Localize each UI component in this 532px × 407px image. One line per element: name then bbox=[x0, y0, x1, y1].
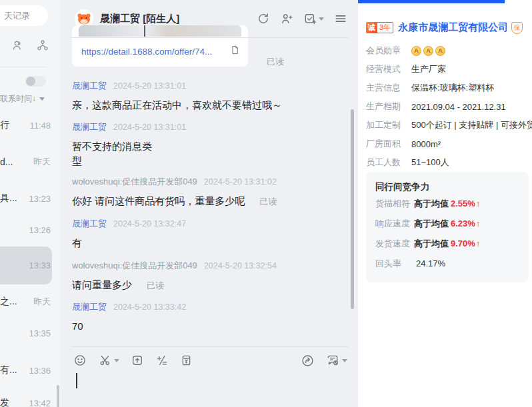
chat-scrollbar[interactable] bbox=[351, 109, 354, 309]
info-row: 经营模式 生产厂家 bbox=[366, 60, 532, 79]
message-group: 晟澜工贸 2024-5-20 13:33:42 70 bbox=[72, 301, 321, 334]
info-row: 会员勋章 A A A bbox=[366, 41, 532, 60]
competitiveness-row: 发货速度 高于均值 9.70% ↑ bbox=[375, 234, 519, 253]
years-badge: 3年 bbox=[377, 22, 393, 33]
message-time: 2024-5-20 13:31:01 bbox=[113, 81, 186, 91]
contact-name: 之... bbox=[0, 296, 33, 308]
header-divider bbox=[71, 37, 349, 38]
info-label: 加工定制 bbox=[366, 119, 405, 131]
info-row: 加工定制 500个起订 | 支持贴牌 | 可接外贸 bbox=[366, 116, 532, 135]
message-text: 你好 请问这件商品有货吗，重量多少呢已读 bbox=[72, 194, 321, 209]
message-time: 2024-5-20 13:31:01 bbox=[113, 123, 186, 132]
chevron-down-icon bbox=[114, 359, 119, 362]
forward-icon[interactable] bbox=[301, 354, 315, 368]
sender-name[interactable]: 晟澜工贸 bbox=[72, 301, 107, 313]
send-file-icon[interactable] bbox=[131, 354, 144, 367]
create-task-icon[interactable] bbox=[303, 12, 324, 25]
info-value: 保温杯:玻璃杯:塑料杯 bbox=[411, 82, 494, 94]
toggle-knob bbox=[26, 77, 35, 86]
refresh-icon[interactable] bbox=[257, 12, 270, 25]
sender-name[interactable]: 晟澜工贸 bbox=[72, 218, 107, 230]
metric-label: 发货速度 bbox=[375, 238, 414, 250]
info-value: 500个起订 | 支持贴牌 | 可接外贸 bbox=[411, 119, 532, 131]
info-label: 主营信息 bbox=[366, 82, 405, 94]
emoji-icon[interactable] bbox=[73, 354, 87, 367]
metric-value: 2.55% bbox=[451, 199, 475, 208]
metric-value: 24.17% bbox=[416, 258, 445, 268]
search-input[interactable]: 天记录 bbox=[0, 5, 48, 26]
info-value: 8000m² bbox=[411, 139, 441, 149]
medal-icon: A bbox=[411, 46, 421, 56]
panel-accent-bar bbox=[358, 0, 505, 3]
conversation-item[interactable]: 发 13:42 bbox=[0, 394, 60, 407]
metric-prefix: 高于均值 bbox=[414, 218, 449, 230]
metric-label: 货描相符 bbox=[375, 198, 414, 210]
message-group: 晟澜工贸 2024-5-20 13:31:01 亲，这款商品正在活动中，喜欢就不… bbox=[72, 80, 321, 113]
product-link-card[interactable]: https://detail.1688.com/offer/74... bbox=[72, 25, 248, 67]
input-toolbar bbox=[73, 352, 347, 369]
message-time: 2024-5-20 13:31:02 bbox=[204, 177, 277, 187]
sender-name[interactable]: 晟澜工贸 bbox=[72, 80, 107, 92]
competitiveness-card: 同行间竞争力 货描相符 高于均值 2.55% ↑ 响应速度 高于均值 6.23%… bbox=[366, 172, 529, 282]
sender-name: woloveshuqi:促佳搜品开发部049 bbox=[72, 176, 197, 188]
product-link[interactable]: https://detail.1688.com/offer/74... bbox=[81, 47, 230, 57]
conversation-item[interactable]: 行 11:48 bbox=[0, 116, 60, 135]
metric-value: 9.70% bbox=[451, 238, 475, 248]
contact-time: 13:42 bbox=[29, 398, 51, 407]
member-medals: A A A bbox=[411, 46, 447, 56]
toolbar-divider bbox=[71, 346, 349, 347]
info-label: 生产档期 bbox=[366, 101, 405, 113]
conversation-item-selected[interactable]: 13:33 bbox=[0, 256, 60, 274]
sidebar-divider bbox=[0, 67, 47, 67]
conversation-item[interactable]: 13:26 bbox=[0, 220, 60, 239]
info-row: 员工人数 51~100人 bbox=[366, 153, 532, 172]
add-contact-icon[interactable] bbox=[280, 12, 293, 25]
info-label: 员工人数 bbox=[366, 157, 405, 169]
message-group: 晟澜工贸 2024-5-20 13:31:01 暂不支持的消息类 型 bbox=[72, 121, 321, 169]
message-time: 2024-5-20 13:32:54 bbox=[204, 261, 277, 270]
conversation-item[interactable]: 有... 13:36 bbox=[0, 361, 60, 380]
screenshot-icon[interactable] bbox=[98, 354, 119, 367]
credit-badge: 诚 bbox=[366, 22, 377, 33]
info-label: 经营模式 bbox=[366, 63, 405, 75]
contact-time: 13:26 bbox=[29, 225, 51, 235]
contact-name: 发 bbox=[0, 397, 29, 407]
competitiveness-row: 回头率 24.17% bbox=[375, 254, 519, 273]
contact-time: 13:23 bbox=[29, 194, 51, 204]
sidebar-scrollbar[interactable] bbox=[57, 385, 59, 407]
contact-name: 具... bbox=[0, 193, 29, 204]
message-group: woloveshuqi:促佳搜品开发部049 2024-5-20 13:31:0… bbox=[72, 176, 321, 209]
info-value: 2021.09.04 - 2021.12.31 bbox=[411, 102, 506, 112]
info-value: 51~100人 bbox=[411, 157, 449, 169]
contact-time: 13:36 bbox=[29, 366, 51, 376]
menu-icon[interactable] bbox=[334, 12, 347, 25]
conversation-item[interactable]: 之... 昨天 bbox=[0, 292, 60, 311]
filter-toggle[interactable] bbox=[25, 76, 46, 87]
chat-history-icon[interactable] bbox=[325, 354, 347, 367]
conversation-item[interactable]: 具... 13:23 bbox=[0, 189, 60, 208]
org-chart-icon[interactable] bbox=[36, 39, 49, 52]
metric-prefix: 高于均值 bbox=[414, 238, 449, 250]
read-receipt: 已读 bbox=[147, 280, 164, 290]
up-arrow-icon: ↑ bbox=[476, 218, 481, 228]
read-receipt: 已读 bbox=[259, 197, 277, 206]
conversation-item[interactable]: 13:35 bbox=[0, 324, 60, 342]
text-cursor bbox=[76, 373, 77, 388]
message-input[interactable] bbox=[76, 370, 347, 404]
sender-name: woloveshuqi:促佳搜品开发部049 bbox=[72, 260, 197, 272]
sender-name[interactable]: 晟澜工贸 bbox=[72, 121, 107, 133]
competitiveness-title: 同行间竞争力 bbox=[375, 181, 519, 193]
document-icon[interactable] bbox=[230, 45, 240, 58]
contact-time: 13:33 bbox=[29, 260, 51, 270]
company-name[interactable]: 永康市晟澜工贸有限公司 bbox=[398, 21, 508, 34]
sort-by-contact-time[interactable]: 联系时间↓ bbox=[0, 93, 45, 105]
quote-icon[interactable] bbox=[155, 354, 169, 367]
chevron-down-icon bbox=[319, 17, 324, 21]
conversation-item[interactable]: d... 昨天 bbox=[0, 153, 60, 171]
conversation-sidebar: 天记录 联系时间↓ 行 11:48 d... 昨天 具... 13:23 bbox=[0, 0, 60, 407]
red-packet-icon[interactable] bbox=[180, 354, 193, 367]
metric-value: 6.23% bbox=[451, 218, 475, 228]
info-row: 主营信息 保温杯:玻璃杯:塑料杯 bbox=[366, 79, 532, 97]
contacts-icon[interactable] bbox=[11, 39, 24, 52]
contact-time: 11:48 bbox=[29, 121, 51, 131]
